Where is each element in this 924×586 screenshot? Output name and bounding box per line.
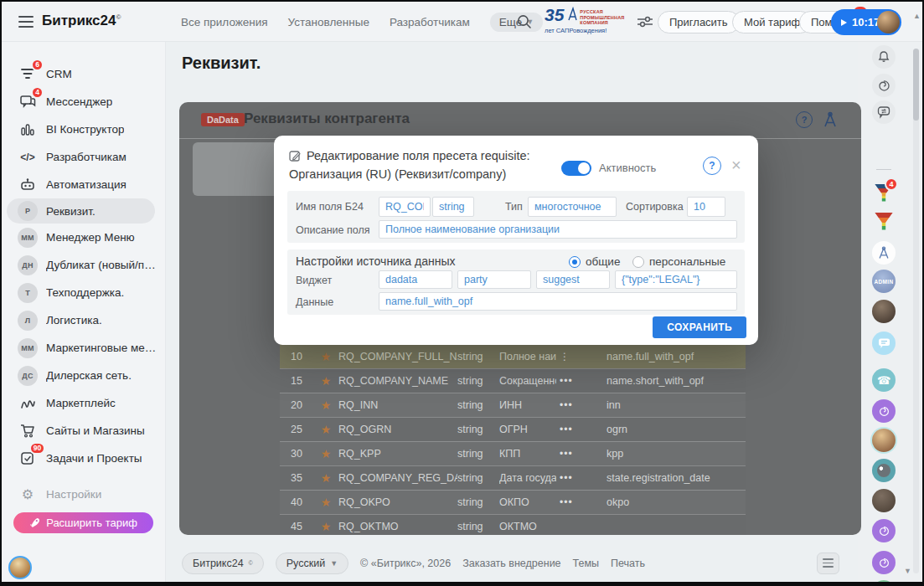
sort-input[interactable] [687, 197, 725, 217]
notifications-bell-icon[interactable] [872, 45, 896, 69]
field-type-input[interactable] [432, 197, 474, 217]
crm-funnel-notification[interactable]: 4 [872, 181, 896, 204]
sidebar-item-rekvizit[interactable]: Р Реквизит. [7, 198, 155, 224]
table-row[interactable]: 10 ★ RQ_COMPANY_FULL_NAME string Полное … [280, 344, 746, 368]
table-row[interactable]: 25 ★ RQ_OGRN string ОГРН ••• ogrn [280, 417, 746, 441]
description-input[interactable] [379, 220, 737, 239]
footer-link-themes[interactable]: Темы [573, 558, 599, 569]
copilot-purple-icon-1[interactable] [872, 399, 896, 423]
radio-personal-label[interactable]: персональные [649, 255, 725, 268]
search-icon[interactable] [515, 13, 534, 31]
language-selector[interactable]: Русский▼ [276, 553, 348, 574]
timer-widget[interactable]: 10:17 [831, 9, 901, 35]
sidebar-item-crm[interactable]: 6 CRM [2, 60, 165, 88]
row-menu-icon[interactable]: ••• [556, 375, 607, 387]
sidebar-item-dealer-network[interactable]: ДС Дилерская сеть. [2, 362, 165, 389]
widget-input-2[interactable] [457, 270, 531, 289]
nav-developers[interactable]: Разработчикам [390, 16, 470, 28]
star-icon[interactable]: ★ [313, 398, 338, 412]
sidebar-item-bi-builder[interactable]: BI Конструктор [2, 116, 165, 143]
sidebar-item-manager-menu[interactable]: ММ Менеджер Меню [2, 224, 165, 251]
phone-call-icon[interactable]: ☎ [872, 368, 896, 392]
sidebar-item-marketplace[interactable]: Маркетплейс [2, 389, 165, 417]
invite-button[interactable]: Пригласить [658, 11, 740, 33]
data-label: Данные [296, 296, 333, 308]
footer-link-implementation[interactable]: Заказать внедрение [462, 558, 560, 569]
sidebar-item-marketing-events[interactable]: ММ Маркетинговые меро... [2, 334, 165, 362]
sidebar-item-tasks-projects[interactable]: 90 Задачи и Проекты [2, 445, 165, 472]
star-icon[interactable]: ★ [313, 520, 338, 533]
table-row[interactable]: 35 ★ RQ_COMPANY_REG_DATE string Дата гос… [280, 465, 746, 490]
table-row[interactable]: 45 ★ RQ_OKTMO string ОКТМО [280, 514, 746, 535]
contact-card-icon[interactable] [872, 580, 896, 582]
table-row[interactable]: 20 ★ RQ_INN string ИНН ••• inn [280, 393, 746, 417]
upgrade-tariff-button[interactable]: Расширить тариф [13, 512, 153, 533]
initials-avatar: ДН [18, 255, 38, 275]
sidebar-item-sites-stores[interactable]: Сайты и Магазины [2, 417, 165, 445]
copilot-purple-icon-3[interactable] [872, 551, 896, 574]
star-icon[interactable]: ★ [313, 374, 338, 388]
radio-common[interactable] [569, 256, 581, 268]
star-icon[interactable]: ★ [313, 350, 338, 363]
sidebar-item-support[interactable]: Т Техподдержка. [2, 279, 165, 306]
chat-bubble-icon[interactable] [872, 332, 896, 355]
app-compass-icon[interactable] [821, 111, 839, 129]
table-row[interactable]: 30 ★ RQ_KPP string КПП ••• kpp [280, 441, 746, 465]
filter-sliders-icon[interactable] [637, 14, 653, 29]
radio-personal[interactable] [632, 256, 644, 268]
sidebar-item-developers[interactable]: </> Разработчикам [2, 143, 165, 171]
user-avatar-man[interactable] [872, 489, 896, 512]
row-menu-icon[interactable]: ⋮ [556, 351, 607, 362]
user-avatar[interactable] [877, 11, 900, 33]
nav-installed[interactable]: Установленные [288, 16, 369, 28]
row-menu-icon[interactable]: ••• [556, 472, 607, 484]
footer-link-print[interactable]: Печать [611, 558, 645, 569]
data-input[interactable] [379, 292, 737, 311]
table-row[interactable]: 40 ★ RQ_OKPO string ОКПО ••• okpo [280, 490, 746, 514]
close-icon[interactable]: × [731, 156, 741, 174]
chat-history-icon[interactable] [872, 100, 896, 124]
profile-avatar[interactable] [8, 556, 32, 579]
footer-bitrix-button[interactable]: Битрикс24© [182, 553, 264, 574]
widget-input-4[interactable] [615, 270, 737, 289]
field-name-input[interactable] [379, 197, 431, 217]
sidebar-item-messenger[interactable]: 4 Мессенджер [2, 88, 165, 116]
hamburger-menu-icon[interactable] [18, 16, 34, 28]
scroll-down-icon[interactable]: ▼ [904, 567, 911, 575]
copilot-purple-icon-2[interactable] [872, 519, 896, 542]
radio-common-label[interactable]: общие [586, 255, 620, 268]
copilot-icon[interactable] [872, 74, 896, 97]
row-menu-icon[interactable]: ••• [556, 424, 607, 435]
widget-input-1[interactable] [379, 270, 452, 289]
kind-input[interactable] [528, 197, 617, 217]
bitrix24-logo[interactable]: Битрикс24© [42, 13, 121, 29]
widget-input-3[interactable] [536, 270, 610, 289]
footer-menu-icon[interactable] [817, 553, 839, 574]
crm-funnel-icon-2[interactable] [872, 209, 896, 233]
star-icon[interactable]: ★ [313, 447, 338, 460]
owl-bot-avatar[interactable] [872, 459, 896, 482]
star-icon[interactable]: ★ [313, 423, 338, 436]
sidebar-item-logistics[interactable]: Л Логистика. [2, 306, 165, 334]
scroll-up-icon[interactable]: ▲ [913, 12, 921, 20]
star-icon[interactable]: ★ [313, 471, 338, 485]
sidebar-item-duplicate[interactable]: ДН Дубликат (новый/пов... [2, 251, 165, 279]
sidebar-item-settings[interactable]: ⚙ Настройки [2, 481, 165, 508]
user-avatar-woman[interactable] [872, 429, 896, 452]
star-icon[interactable]: ★ [313, 496, 338, 509]
anniversary-banner[interactable]: 35 РУССКАЯ ПРОМЫШЛЕННАЯ КОМПАНИЯ лет САП… [545, 7, 637, 39]
app-help-icon[interactable]: ? [796, 111, 813, 128]
row-menu-icon[interactable]: ••• [556, 399, 607, 411]
user-avatar-chat[interactable] [872, 300, 896, 323]
row-menu-icon[interactable]: ••• [556, 496, 607, 508]
sidebar-item-automation[interactable]: Автоматизация [2, 171, 165, 198]
save-button[interactable]: СОХРАНИТЬ [653, 316, 746, 338]
compass-app-shortcut[interactable] [872, 241, 896, 265]
row-menu-icon[interactable]: ••• [556, 448, 607, 460]
table-row[interactable]: 15 ★ RQ_COMPANY_NAME string Сокращенное … [280, 368, 746, 393]
nav-all-apps[interactable]: Все приложения [181, 16, 268, 28]
active-toggle-label: Активность [599, 162, 656, 174]
active-toggle[interactable] [561, 161, 591, 176]
admin-avatar[interactable]: ADMIN [872, 270, 896, 293]
modal-help-icon[interactable]: ? [703, 157, 721, 175]
